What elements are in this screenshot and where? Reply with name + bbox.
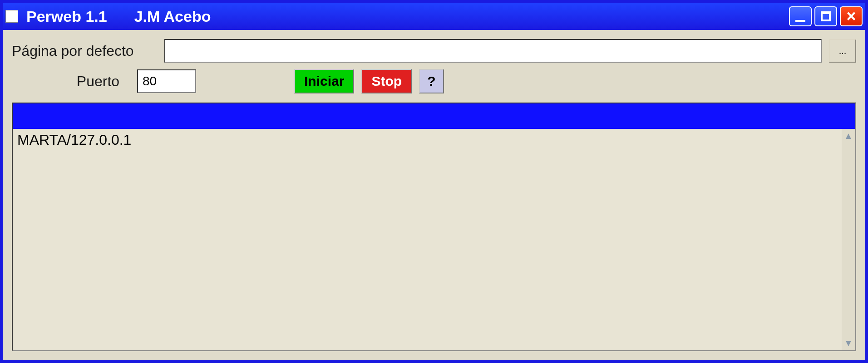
- list-header[interactable]: [13, 103, 855, 129]
- close-icon: ×: [846, 8, 856, 25]
- window-title: Perweb 1.1 J.M Acebo: [26, 8, 211, 25]
- app-icon: [5, 10, 18, 23]
- maximize-button[interactable]: [814, 6, 837, 26]
- title-app: Perweb 1.1: [26, 8, 107, 25]
- title-author: J.M Acebo: [134, 8, 211, 25]
- stop-button[interactable]: Stop: [361, 69, 412, 93]
- application-window: Perweb 1.1 J.M Acebo × Página por defect…: [0, 0, 868, 363]
- vertical-scrollbar[interactable]: ▲ ▼: [842, 129, 855, 350]
- titlebar-left: Perweb 1.1 J.M Acebo: [5, 8, 789, 25]
- scroll-up-icon: ▲: [844, 131, 853, 141]
- client-area: Página por defecto ... Puerto Iniciar St…: [3, 30, 865, 360]
- list-body[interactable]: MARTA/127.0.0.1 ▲ ▼: [13, 129, 855, 350]
- connection-list: MARTA/127.0.0.1 ▲ ▼: [12, 103, 856, 351]
- scroll-down-icon: ▼: [844, 338, 853, 348]
- close-button[interactable]: ×: [840, 6, 863, 26]
- iniciar-button[interactable]: Iniciar: [294, 69, 354, 93]
- default-page-input[interactable]: [164, 39, 822, 63]
- port-row: Puerto Iniciar Stop ?: [12, 69, 856, 93]
- default-page-label: Página por defecto: [12, 43, 157, 59]
- minimize-icon: [795, 20, 805, 22]
- browse-button[interactable]: ...: [829, 39, 856, 63]
- maximize-icon: [821, 11, 831, 21]
- default-page-row: Página por defecto ...: [12, 39, 856, 63]
- minimize-button[interactable]: [789, 6, 812, 26]
- port-label: Puerto: [66, 73, 130, 90]
- port-input[interactable]: [137, 69, 196, 93]
- help-button[interactable]: ?: [419, 69, 444, 93]
- window-controls: ×: [789, 6, 863, 26]
- titlebar[interactable]: Perweb 1.1 J.M Acebo ×: [3, 3, 865, 30]
- list-item[interactable]: MARTA/127.0.0.1: [17, 132, 851, 148]
